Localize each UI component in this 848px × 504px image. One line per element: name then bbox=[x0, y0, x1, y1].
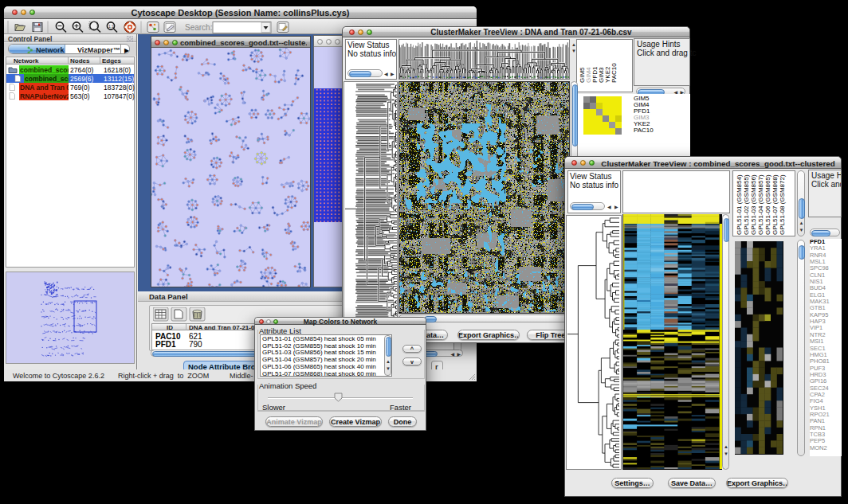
svg-text:GPL51-07 (GSM868): GPL51-07 (GSM868) bbox=[771, 174, 779, 235]
svg-text:GPL51-02 (GSM855): GPL51-02 (GSM855) bbox=[743, 174, 750, 235]
svg-text:GPL51-08 (GSM872): GPL51-08 (GSM872) bbox=[779, 174, 786, 235]
svg-text:GPL51-03 (GSM856): GPL51-03 (GSM856) bbox=[750, 174, 757, 235]
svg-text:GPL51-01 (GSM854): GPL51-01 (GSM854) bbox=[736, 174, 743, 235]
svg-text:GPL51-04 (GSM857): GPL51-04 (GSM857) bbox=[757, 174, 764, 235]
svg-text:PAC10: PAC10 bbox=[610, 63, 618, 83]
svg-text:Search:: Search: bbox=[185, 23, 212, 32]
svg-text:1:1: 1:1 bbox=[108, 24, 114, 29]
svg-text:GPL51-06 (GSM865): GPL51-06 (GSM865) bbox=[764, 174, 771, 235]
